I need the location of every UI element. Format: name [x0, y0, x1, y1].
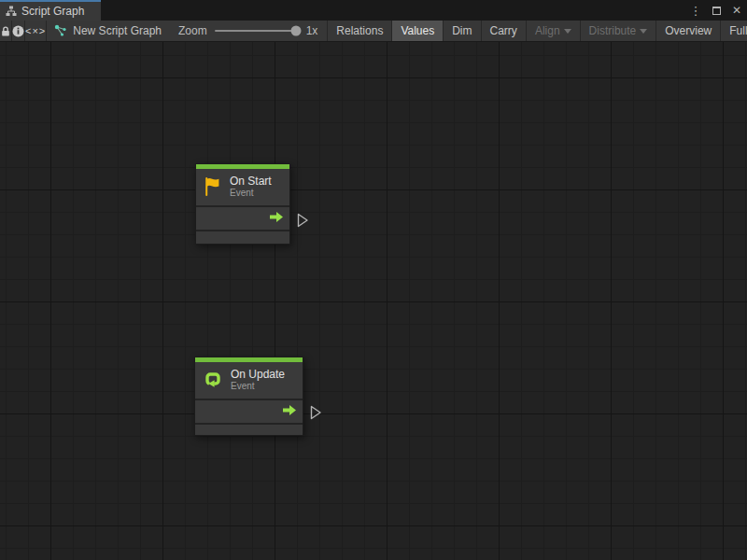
- node-title: On Start: [230, 175, 272, 188]
- node-subtitle: Event: [230, 188, 272, 199]
- graph-breadcrumb-label: New Script Graph: [73, 24, 162, 37]
- chevron-down-icon: [640, 29, 647, 34]
- window-controls: ⋮ ✕: [685, 0, 747, 21]
- node-header: On Update Event: [195, 362, 303, 399]
- loop-icon: [202, 369, 224, 391]
- align-dropdown-button[interactable]: Align: [527, 21, 581, 41]
- button-label: Relations: [336, 24, 383, 37]
- node-port-row: [196, 205, 289, 231]
- node-on-start[interactable]: On Start Event: [195, 163, 290, 245]
- node-header: On Start Event: [196, 169, 289, 205]
- trigger-output-port[interactable]: [310, 405, 322, 424]
- tab-script-graph[interactable]: Script Graph: [0, 0, 101, 21]
- maximize-button[interactable]: [706, 0, 726, 21]
- fullscreen-button[interactable]: Full Screen: [721, 21, 747, 41]
- zoom-value: 1x: [306, 24, 318, 37]
- trigger-output-arrow-icon[interactable]: [282, 403, 297, 420]
- node-title: On Update: [231, 368, 285, 381]
- kebab-menu-icon: ⋮: [690, 4, 702, 18]
- node-titles: On Start Event: [230, 175, 272, 199]
- node-titles: On Update Event: [231, 368, 285, 392]
- button-label: Distribute: [589, 24, 637, 37]
- close-icon: ✕: [732, 4, 741, 17]
- zoom-slider[interactable]: [215, 30, 299, 32]
- chevron-down-icon: [564, 29, 571, 34]
- node-on-update[interactable]: On Update Event: [194, 357, 303, 436]
- graph-canvas[interactable]: On Start Event: [0, 42, 747, 560]
- button-label: Overview: [665, 24, 712, 37]
- inspect-button[interactable]: [12, 21, 25, 41]
- new-script-graph-icon: [54, 24, 67, 37]
- button-label: Full Screen: [729, 24, 747, 37]
- lock-button[interactable]: [0, 21, 12, 41]
- button-label: Dim: [452, 24, 472, 37]
- close-button[interactable]: ✕: [726, 0, 747, 21]
- node-footer: [195, 425, 303, 433]
- zoom-label: Zoom: [178, 24, 207, 37]
- overview-button[interactable]: Overview: [656, 21, 721, 41]
- node-subtitle: Event: [231, 381, 285, 392]
- graph-toolbar: <×> New Script Graph Zoom 1x Relations V…: [0, 21, 747, 42]
- node-footer: [196, 231, 289, 240]
- toggle-carry-button[interactable]: Carry: [482, 21, 527, 41]
- window-menu-button[interactable]: ⋮: [685, 0, 706, 21]
- toggle-relations-button[interactable]: Relations: [328, 21, 392, 41]
- flag-icon: [203, 175, 223, 198]
- code-icon: <×>: [25, 25, 46, 36]
- distribute-dropdown-button[interactable]: Distribute: [581, 21, 657, 41]
- toggle-values-button[interactable]: Values: [392, 21, 444, 41]
- info-icon: [12, 25, 24, 37]
- trigger-output-arrow-icon[interactable]: [269, 210, 284, 227]
- preview-code-button[interactable]: <×>: [25, 21, 47, 41]
- node-port-row: [195, 399, 303, 425]
- toggle-dim-button[interactable]: Dim: [444, 21, 481, 41]
- graph-breadcrumb-button[interactable]: New Script Graph: [47, 21, 173, 41]
- trigger-output-port[interactable]: [297, 213, 309, 231]
- script-graph-icon: [6, 6, 17, 17]
- button-label: Carry: [490, 24, 517, 37]
- tab-title: Script Graph: [21, 5, 84, 18]
- zoom-slider-handle[interactable]: [290, 26, 301, 36]
- zoom-control: Zoom 1x: [173, 21, 328, 41]
- lock-icon: [0, 25, 11, 37]
- maximize-icon: [712, 7, 721, 15]
- button-label: Values: [401, 24, 434, 37]
- button-label: Align: [535, 24, 560, 37]
- window-tab-bar: Script Graph ⋮ ✕: [0, 0, 747, 21]
